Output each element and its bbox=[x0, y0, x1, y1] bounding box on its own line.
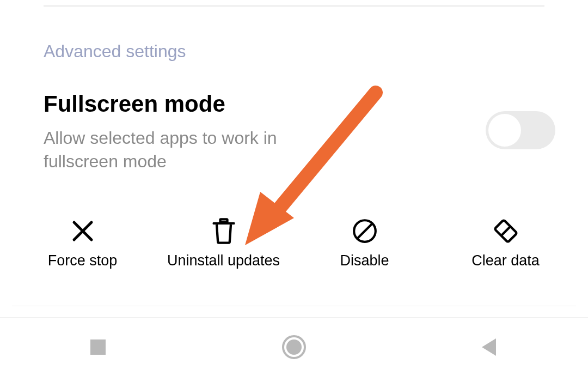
app-action-bar: Force stop Uninstall updates Disable bbox=[12, 216, 576, 306]
eraser-icon bbox=[491, 216, 521, 246]
setting-description: Allow selected apps to work in fullscree… bbox=[44, 126, 338, 173]
svg-rect-10 bbox=[90, 339, 106, 355]
svg-line-5 bbox=[357, 223, 372, 238]
svg-marker-13 bbox=[482, 338, 496, 356]
svg-rect-2 bbox=[220, 219, 227, 222]
square-icon bbox=[89, 338, 107, 356]
force-stop-label: Force stop bbox=[48, 252, 118, 270]
recent-apps-button[interactable] bbox=[44, 338, 152, 356]
disable-button[interactable]: Disable bbox=[294, 216, 435, 306]
home-button[interactable] bbox=[240, 335, 348, 360]
disable-label: Disable bbox=[340, 252, 389, 270]
svg-line-7 bbox=[501, 226, 510, 235]
setting-text-block: Fullscreen mode Allow selected apps to w… bbox=[44, 92, 486, 174]
uninstall-updates-label: Uninstall updates bbox=[167, 252, 280, 270]
fullscreen-mode-row[interactable]: Fullscreen mode Allow selected apps to w… bbox=[44, 92, 555, 174]
svg-point-12 bbox=[286, 339, 302, 355]
triangle-left-icon bbox=[480, 337, 500, 357]
ban-icon bbox=[350, 216, 380, 246]
clear-data-button[interactable]: Clear data bbox=[435, 216, 576, 306]
toggle-knob bbox=[488, 114, 521, 147]
force-stop-button[interactable]: Force stop bbox=[12, 216, 153, 306]
section-header: Advanced settings bbox=[44, 41, 186, 62]
setting-title: Fullscreen mode bbox=[44, 92, 464, 117]
fullscreen-mode-toggle[interactable] bbox=[486, 111, 555, 149]
circle-icon bbox=[281, 335, 307, 360]
clear-data-label: Clear data bbox=[471, 252, 540, 270]
uninstall-updates-button[interactable]: Uninstall updates bbox=[153, 216, 294, 306]
trash-icon bbox=[209, 216, 239, 246]
section-divider bbox=[44, 5, 544, 7]
system-nav-bar bbox=[0, 317, 588, 376]
close-icon bbox=[68, 216, 98, 246]
back-button[interactable] bbox=[436, 337, 544, 357]
